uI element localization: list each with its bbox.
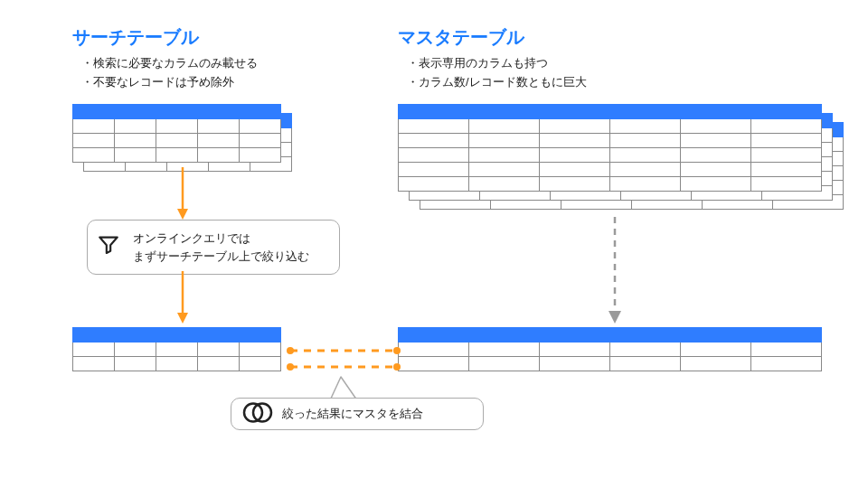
filter-callout: オンラインクエリでは まずサーチテーブル上で絞り込む: [87, 220, 340, 275]
svg-marker-1: [177, 209, 188, 220]
filter-callout-line2: まずサーチテーブル上で絞り込む: [133, 248, 326, 266]
master-table-title: マスタテーブル: [398, 25, 524, 50]
joined-master-table: [398, 327, 822, 371]
venn-icon: [242, 401, 273, 427]
arrow-filter-to-result: [174, 271, 192, 325]
arrow-search-to-filter: [174, 167, 192, 221]
svg-point-10: [287, 363, 294, 371]
join-callout-text: 絞った結果にマスタを結合: [282, 407, 423, 420]
filtered-search-table: [72, 327, 281, 371]
master-bullet-2: カラム数/レコード数ともに巨大: [407, 73, 587, 92]
search-bullet-2: 不要なレコードは予め除外: [81, 73, 258, 92]
search-table-bullets: 検索に必要なカラムのみ載せる 不要なレコードは予め除外: [81, 54, 258, 92]
search-table-title: サーチテーブル: [72, 25, 199, 50]
svg-marker-3: [177, 313, 188, 324]
master-bullet-1: 表示専用のカラムも持つ: [407, 54, 587, 73]
funnel-icon: [97, 233, 120, 262]
filter-callout-line1: オンラインクエリでは: [133, 230, 326, 248]
arrow-master-to-joined: [606, 217, 624, 325]
join-connector-lines: [285, 343, 402, 380]
svg-point-11: [393, 363, 401, 371]
svg-point-8: [287, 347, 294, 354]
join-callout: 絞った結果にマスタを結合: [231, 398, 484, 430]
svg-marker-5: [609, 311, 621, 324]
master-table-stack: [398, 104, 868, 221]
master-table-bullets: 表示専用のカラムも持つ カラム数/レコード数ともに巨大: [407, 54, 587, 92]
search-bullet-1: 検索に必要なカラムのみ載せる: [81, 54, 258, 73]
svg-point-9: [393, 347, 401, 354]
